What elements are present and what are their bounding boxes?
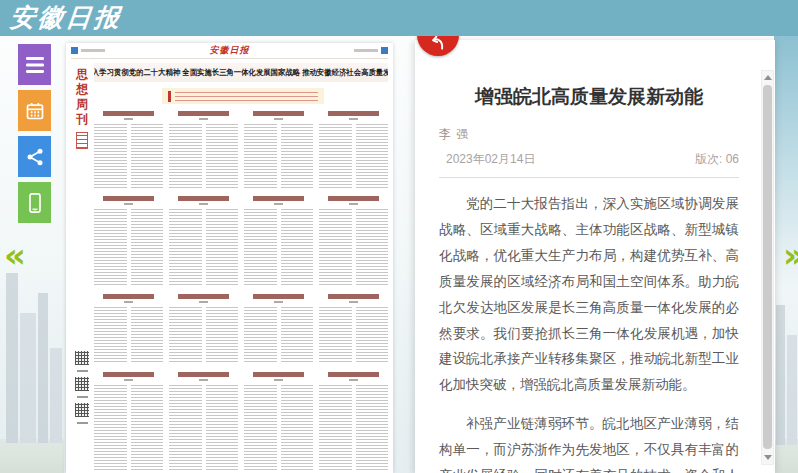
menu-icon: [25, 56, 45, 74]
mini-byline-bar: [124, 203, 133, 205]
simulated-text-column: [319, 385, 352, 471]
section-char: 想: [76, 82, 88, 97]
simulated-text-column: [206, 385, 239, 471]
paper-article-block[interactable]: [94, 194, 163, 286]
paper-article-block[interactable]: [244, 109, 313, 188]
mini-columns: [94, 209, 163, 286]
front-headline[interactable]: 深入学习贯彻党的二十大精神 全面实施长三角一体化发展国家战略 推动安徽经济社会高…: [94, 63, 388, 82]
mini-byline-bar: [124, 301, 133, 303]
mini-byline-bar: [349, 203, 358, 205]
section-seal: [76, 132, 88, 149]
simulated-text-column: [131, 385, 164, 471]
simulated-text-column: [319, 124, 352, 188]
mini-columns: [319, 385, 388, 471]
mini-byline-bar: [124, 379, 133, 381]
simulated-text-column: [169, 307, 202, 364]
section-char: 刊: [76, 112, 88, 127]
paper-article-block[interactable]: [94, 292, 163, 364]
simulated-text-column: [94, 124, 127, 188]
mini-byline-bar: [199, 301, 208, 303]
simulated-text-column: [169, 209, 202, 286]
paper-article-block[interactable]: [169, 292, 238, 364]
mini-byline-bar: [274, 379, 283, 381]
paper-article-block[interactable]: [319, 109, 388, 188]
simulated-text-column: [356, 385, 389, 471]
mini-byline-bar: [349, 118, 358, 120]
simulated-text-column: [356, 307, 389, 364]
article-scrollbar[interactable]: [761, 70, 774, 465]
mobile-button[interactable]: [18, 182, 51, 223]
city-building: [6, 273, 18, 443]
city-building: [787, 335, 797, 445]
mini-columns: [319, 307, 388, 364]
prev-edition-label-bar: [81, 49, 105, 52]
simulated-text-column: [206, 307, 239, 364]
front-headline-text: 深入学习贯彻党的二十大精神 全面实施长三角一体化发展国家战略 推动安徽经济社会高…: [94, 67, 388, 78]
simulated-text-column: [356, 124, 389, 188]
scroll-up-arrow-icon[interactable]: [764, 75, 772, 80]
mini-headline-bar: [253, 372, 304, 377]
section-title-vertical: 思 想 周 刊: [73, 67, 91, 149]
mini-columns: [94, 385, 163, 471]
share-button[interactable]: [18, 136, 51, 177]
qr-caption-bar: [77, 422, 88, 424]
paper-article-block[interactable]: [319, 194, 388, 286]
simulated-text-column: [281, 124, 314, 188]
next-page-chevron[interactable]: »: [783, 238, 798, 272]
previous-page-chevron[interactable]: «: [4, 238, 26, 272]
mini-headline-bar: [253, 294, 304, 299]
simulated-text-column: [244, 124, 277, 188]
cityscape-background-left: [0, 263, 64, 473]
share-icon: [25, 147, 45, 167]
section-char: 思: [76, 67, 88, 82]
paper-article-block[interactable]: [244, 194, 313, 286]
mini-byline-bar: [349, 379, 358, 381]
paper-article-block[interactable]: [244, 370, 313, 471]
city-ground: [0, 439, 64, 473]
paper-article-block[interactable]: [244, 292, 313, 364]
cityscape-background-right: [774, 293, 798, 473]
mini-byline-bar: [199, 379, 208, 381]
simulated-text-column: [206, 124, 239, 188]
simulated-text-column: [281, 209, 314, 286]
next-edition-icon[interactable]: [381, 47, 388, 54]
article-author: 李 强: [439, 126, 739, 143]
scroll-down-arrow-icon[interactable]: [764, 455, 772, 460]
simulated-text-column: [244, 209, 277, 286]
mini-headline-bar: [103, 196, 154, 201]
article-panel: 增强皖北高质量发展新动能 李 强 2023年02月14日 版次: 06 党的二十…: [415, 40, 775, 473]
city-building: [50, 348, 62, 443]
newspaper-logo: 安徽日报: [8, 1, 124, 35]
paper-article-block[interactable]: [94, 370, 163, 471]
simulated-text-column: [281, 307, 314, 364]
paper-article-block[interactable]: [319, 292, 388, 364]
paper-article-block[interactable]: [169, 194, 238, 286]
paper-article-block[interactable]: [319, 370, 388, 471]
paper-qr-column: [74, 351, 90, 424]
paper-article-block[interactable]: [94, 109, 163, 188]
article-paragraph: 党的二十大报告指出，深入实施区域协调发展战略、区域重大战略、主体功能区战略、新型…: [439, 191, 739, 398]
mini-columns: [169, 385, 238, 471]
paper-article-block[interactable]: [169, 109, 238, 188]
mini-columns: [244, 385, 313, 471]
paper-article-block[interactable]: [169, 370, 238, 471]
menu-button[interactable]: [18, 44, 51, 85]
section-char: 周: [76, 97, 88, 112]
simulated-text-column: [244, 385, 277, 471]
simulated-text-column: [281, 385, 314, 471]
mini-columns: [319, 209, 388, 286]
prev-edition-icon[interactable]: [71, 47, 78, 54]
article-meta-row: 2023年02月14日 版次: 06: [439, 151, 739, 168]
mini-columns: [244, 124, 313, 188]
newspaper-page-preview[interactable]: 安徽日报 思 想 周 刊 深入学习贯彻党的二十大精神 全面实施长三角一体化发展国…: [66, 43, 393, 473]
mini-headline-bar: [328, 111, 379, 116]
mini-columns: [94, 124, 163, 188]
simulated-text-column: [94, 307, 127, 364]
simulated-text-column: [94, 385, 127, 471]
calendar-button[interactable]: [18, 90, 51, 131]
city-building: [20, 313, 36, 443]
simulated-text-column: [319, 307, 352, 364]
mini-headline-bar: [178, 372, 229, 377]
scrollbar-thumb[interactable]: [763, 85, 772, 449]
meta-divider: [439, 177, 739, 178]
